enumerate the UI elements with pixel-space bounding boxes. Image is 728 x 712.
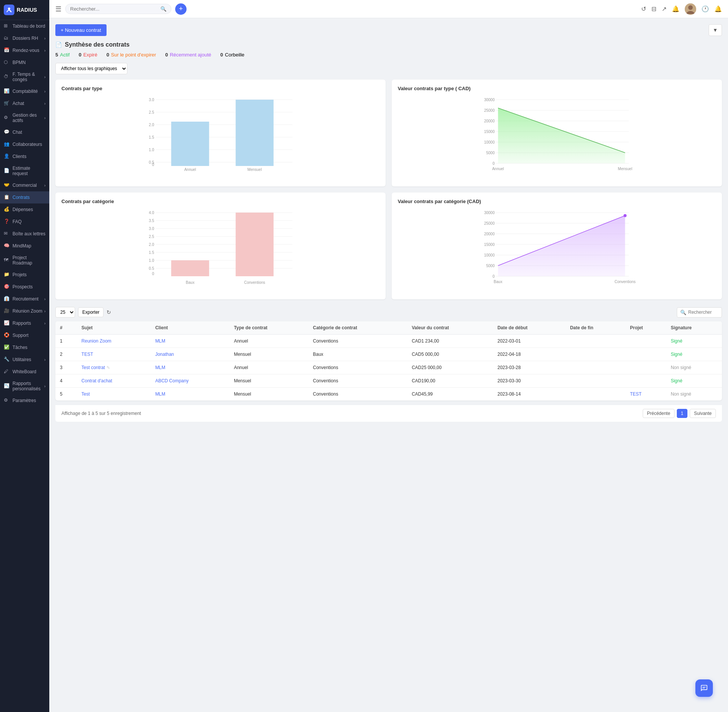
sidebar-item-project-roadmap[interactable]: 🗺 Project Roadmap bbox=[0, 252, 49, 269]
sujet-link[interactable]: Reunion Zoom bbox=[82, 338, 111, 344]
sidebar-item-rapports[interactable]: 📈 Rapports › bbox=[0, 317, 49, 329]
row-type: Mensuel bbox=[229, 374, 308, 388]
row-debut: 2022-03-01 bbox=[493, 335, 565, 348]
svg-text:30000: 30000 bbox=[484, 98, 495, 102]
project-icon: 📁 bbox=[4, 272, 10, 278]
table-row: 1 Reunion Zoom MLM Annuel Conventions CA… bbox=[55, 335, 722, 348]
svg-text:Conventions: Conventions bbox=[244, 280, 265, 285]
client-link[interactable]: MLM bbox=[155, 338, 165, 344]
sidebar-item-taches[interactable]: ✅ Tâches bbox=[0, 341, 49, 354]
floating-action-button[interactable] bbox=[695, 679, 713, 697]
svg-text:3.0: 3.0 bbox=[149, 227, 154, 231]
notification-icon[interactable]: 🔔 bbox=[672, 5, 679, 13]
projet-link[interactable]: TEST bbox=[630, 391, 642, 397]
sidebar-item-tableau[interactable]: ⊞ Tableau de bord bbox=[0, 20, 49, 32]
user-avatar[interactable] bbox=[685, 3, 696, 15]
search-bar: 🔍 bbox=[65, 4, 171, 14]
sujet-link[interactable]: TEST bbox=[82, 352, 93, 357]
sidebar-item-collaborateurs[interactable]: 👥 Collaborateurs bbox=[0, 138, 49, 150]
col-fin: Date de fin bbox=[565, 321, 625, 335]
sidebar-item-support[interactable]: 🛟 Support bbox=[0, 329, 49, 341]
contracts-table: # Sujet Client Type de contrat Catégorie… bbox=[55, 321, 722, 401]
sidebar-item-reunion[interactable]: 🎥 Réunion Zoom › bbox=[0, 305, 49, 317]
table-search-bar: 🔍 bbox=[677, 307, 722, 318]
page-icon: 📄 bbox=[55, 42, 62, 48]
sidebar-item-chat[interactable]: 💬 Chat bbox=[0, 126, 49, 138]
sidebar-item-utilitaires[interactable]: 🔧 Utilitaires › bbox=[0, 354, 49, 366]
svg-text:0: 0 bbox=[152, 163, 154, 167]
export-button[interactable]: Exporter bbox=[78, 307, 104, 317]
sidebar-item-whiteboard[interactable]: 🖊 WhiteBoard bbox=[0, 366, 49, 378]
new-contract-button[interactable]: + Nouveau contrat bbox=[55, 24, 107, 36]
search-input[interactable] bbox=[70, 6, 159, 12]
sidebar-item-rendez-vous[interactable]: 📅 Rendez-vous › bbox=[0, 44, 49, 56]
table-toolbar: 25 Exporter ↻ 🔍 bbox=[55, 307, 722, 318]
client-link[interactable]: MLM bbox=[155, 391, 165, 397]
sujet-link[interactable]: Contrat d'achat bbox=[82, 378, 112, 383]
prev-page-button[interactable]: Précédente bbox=[643, 409, 674, 418]
client-link[interactable]: Jonathan bbox=[155, 352, 174, 357]
sidebar-item-comptabilite[interactable]: 📊 Comptabilité › bbox=[0, 85, 49, 97]
calendar-icon: 📅 bbox=[4, 47, 10, 53]
undo-icon[interactable]: ↺ bbox=[641, 5, 646, 13]
sidebar-item-commercial[interactable]: 🤝 Commercial › bbox=[0, 179, 49, 191]
table-search-input[interactable] bbox=[688, 310, 719, 315]
client-link[interactable]: MLM bbox=[155, 365, 165, 370]
svg-text:1.5: 1.5 bbox=[149, 135, 154, 139]
current-page-button[interactable]: 1 bbox=[677, 409, 688, 418]
sidebar-item-gestion[interactable]: ⚙ Gestion des actifs › bbox=[0, 110, 49, 126]
sidebar-item-contrats[interactable]: 📋 Contrats bbox=[0, 191, 49, 203]
sidebar-item-boite[interactable]: ✉ Boîte aux lettres bbox=[0, 228, 49, 240]
svg-text:5000: 5000 bbox=[486, 151, 495, 155]
sidebar-item-dossiers[interactable]: 🗂 Dossiers RH › bbox=[0, 32, 49, 44]
sujet-link[interactable]: Test contrat bbox=[82, 365, 105, 370]
row-num: 4 bbox=[55, 374, 77, 388]
svg-text:1.0: 1.0 bbox=[149, 148, 154, 152]
refresh-button[interactable]: ↻ bbox=[107, 309, 111, 315]
clock-header-icon[interactable]: 🕐 bbox=[701, 5, 709, 13]
sidebar-item-mindmap[interactable]: 🧠 MindMap bbox=[0, 240, 49, 252]
chevron-icon: › bbox=[44, 183, 46, 188]
sidebar-item-achat[interactable]: 🛒 Achat › bbox=[0, 97, 49, 110]
svg-rect-16 bbox=[171, 122, 209, 166]
chart-filter-select[interactable]: Afficher tous les graphiques bbox=[55, 63, 127, 74]
chart-valeur-type: Valeur contrats par type ( CAD) 30000 2 bbox=[392, 80, 722, 186]
sidebar-item-recrutement[interactable]: 👔 Recrutement › bbox=[0, 293, 49, 305]
sidebar-item-faq[interactable]: ❓ FAQ bbox=[0, 216, 49, 228]
alert-icon[interactable]: 🔔 bbox=[714, 5, 722, 13]
edit-icon[interactable]: ✎ bbox=[107, 365, 110, 370]
client-link[interactable]: ABCD Company bbox=[155, 378, 188, 383]
status-point-expirer: 0 Sur le point d'expirer bbox=[107, 52, 156, 58]
svg-marker-72 bbox=[498, 216, 625, 276]
screen-icon[interactable]: ⊟ bbox=[651, 5, 656, 13]
sujet-link[interactable]: Test bbox=[82, 391, 90, 397]
sidebar-item-depenses[interactable]: 💰 Dépenses bbox=[0, 203, 49, 216]
share-icon[interactable]: ↗ bbox=[662, 5, 667, 13]
sidebar-item-projets[interactable]: 📁 Projets bbox=[0, 269, 49, 281]
table-row: 5 Test MLM Mensuel Conventions CAD45,99 … bbox=[55, 388, 722, 401]
sidebar-item-prospects[interactable]: 🎯 Prospects bbox=[0, 281, 49, 293]
sidebar-item-bpmn[interactable]: ⬡ BPMN bbox=[0, 56, 49, 69]
sidebar-item-parametres[interactable]: ⚙ Paramètres bbox=[0, 394, 49, 407]
next-page-button[interactable]: Suivante bbox=[690, 409, 716, 418]
col-debut[interactable]: Date de début bbox=[493, 321, 565, 335]
sidebar-item-clients[interactable]: 👤 Clients bbox=[0, 150, 49, 163]
per-page-select[interactable]: 25 bbox=[55, 307, 75, 318]
svg-text:25000: 25000 bbox=[484, 108, 495, 113]
svg-text:0: 0 bbox=[493, 161, 495, 166]
add-button[interactable]: + bbox=[175, 3, 187, 15]
svg-point-2 bbox=[688, 5, 693, 10]
page-title: Synthèse des contrats bbox=[65, 41, 130, 48]
filter-button[interactable]: ▼ bbox=[709, 24, 722, 36]
svg-text:4.0: 4.0 bbox=[149, 211, 154, 215]
svg-text:0.5: 0.5 bbox=[149, 266, 154, 271]
sidebar-item-ftemps[interactable]: ⏱ F. Temps & congés › bbox=[0, 69, 49, 85]
hamburger-button[interactable]: ☰ bbox=[55, 5, 61, 13]
sidebar-item-estimate[interactable]: 📄 Estimate request bbox=[0, 163, 49, 179]
svg-rect-17 bbox=[236, 100, 274, 166]
app-logo[interactable]: RADIUS bbox=[0, 0, 49, 20]
chevron-icon: › bbox=[44, 89, 46, 94]
table-header: # Sujet Client Type de contrat Catégorie… bbox=[55, 321, 722, 335]
sidebar-item-rapports-perso[interactable]: 📉 Rapports personnalisés › bbox=[0, 378, 49, 394]
status-actif: 5 Actif bbox=[55, 52, 70, 58]
